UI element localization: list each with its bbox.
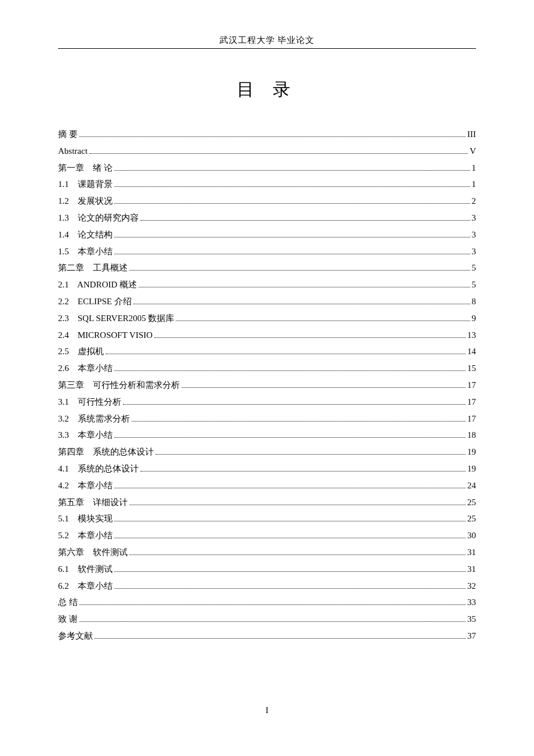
toc-entry: 1.1 课题背景1	[58, 176, 476, 193]
toc-entry-page: 25	[467, 494, 476, 511]
toc-entry: 6.1 软件测试31	[58, 561, 476, 578]
toc-entry-page: V	[470, 143, 476, 160]
toc-entry-label: 致 谢	[58, 611, 78, 628]
toc-leader-dots	[129, 505, 466, 505]
toc-entry: 总 结33	[58, 594, 476, 611]
toc-entry-page: 3	[472, 226, 477, 243]
toc-entry-label: 第一章 绪 论	[58, 160, 113, 177]
toc-leader-dots	[129, 555, 466, 555]
toc-entry-page: 17	[467, 377, 476, 394]
toc-entry-label: Abstract	[58, 143, 88, 160]
page-number: I	[0, 705, 534, 715]
toc-leader-dots	[140, 220, 470, 221]
toc-entry: 致 谢35	[58, 611, 476, 628]
toc-entry-label: 2.6 本章小结	[58, 360, 113, 377]
toc-entry-label: 4.2 本章小结	[58, 477, 113, 494]
toc-leader-dots	[95, 638, 466, 639]
toc-leader-dots	[114, 186, 470, 187]
toc-entry: 2.2 ECLIPSE 介绍8	[58, 293, 476, 310]
toc-leader-dots	[154, 337, 466, 338]
toc-entry-page: 9	[472, 310, 477, 327]
toc-leader-dots	[182, 387, 466, 388]
toc-leader-dots	[114, 538, 466, 538]
toc-entry: 1.2 发展状况2	[58, 193, 476, 210]
toc-leader-dots	[134, 304, 470, 304]
toc-entry-label: 3.2 系统需求分析	[58, 411, 130, 427]
toc-entry: 2.3 SQL SERVER2005 数据库9	[58, 310, 476, 327]
toc-leader-dots	[114, 170, 470, 171]
toc-entry-label: 1.1 课题背景	[58, 176, 113, 193]
toc-leader-dots	[132, 421, 466, 422]
toc-entry: 5.2 本章小结30	[58, 527, 476, 544]
toc-entry-page: 31	[467, 544, 476, 561]
toc-entry: AbstractV	[58, 143, 476, 160]
toc-entry-label: 总 结	[58, 594, 78, 611]
toc-leader-dots	[114, 203, 470, 204]
toc-leader-dots	[80, 604, 466, 605]
toc-entry-label: 2.3 SQL SERVER2005 数据库	[58, 310, 174, 327]
toc-list: 摘 要IIIAbstractV第一章 绪 论11.1 课题背景11.2 发展状况…	[58, 126, 476, 645]
toc-entry-page: 5	[472, 260, 477, 276]
toc-entry-page: 19	[467, 460, 476, 477]
toc-entry: 摘 要III	[58, 126, 476, 143]
toc-entry: 2.6 本章小结15	[58, 360, 476, 377]
toc-entry: 第五章 详细设计25	[58, 494, 476, 511]
toc-entry-label: 5.1 模块实现	[58, 510, 113, 527]
toc-entry-page: 3	[472, 210, 477, 226]
toc-entry-page: 17	[467, 411, 476, 427]
toc-entry-page: 35	[467, 611, 476, 628]
toc-entry-page: 32	[467, 578, 476, 595]
toc-entry-page: 37	[467, 628, 476, 645]
toc-entry-label: 2.4 MICROSOFT VISIO	[58, 327, 153, 344]
toc-leader-dots	[176, 321, 470, 321]
toc-entry: 2.5 虚拟机14	[58, 343, 476, 360]
running-header: 武汉工程大学 毕业论文	[58, 35, 476, 46]
toc-entry: 2.4 MICROSOFT VISIO13	[58, 327, 476, 344]
toc-entry-page: 1	[472, 176, 477, 193]
header-university: 武汉工程大学	[219, 35, 275, 45]
toc-entry: 2.1 ANDROID 概述5	[58, 276, 476, 293]
header-rule	[58, 48, 476, 49]
toc-entry-page: 33	[467, 594, 476, 611]
toc-entry: 第一章 绪 论1	[58, 160, 476, 177]
toc-entry-page: 30	[467, 527, 476, 544]
toc-leader-dots	[139, 287, 470, 287]
toc-entry-label: 1.4 论文结构	[58, 226, 113, 243]
toc-entry-label: 第六章 软件测试	[58, 544, 128, 561]
toc-title: 目 录	[58, 78, 476, 102]
toc-entry: 3.1 可行性分析17	[58, 394, 476, 411]
toc-entry: 6.2 本章小结32	[58, 578, 476, 595]
toc-entry-label: 1.3 论文的研究内容	[58, 210, 139, 226]
toc-entry-label: 第三章 可行性分析和需求分析	[58, 377, 180, 394]
toc-entry: 1.3 论文的研究内容3	[58, 210, 476, 226]
toc-entry: 第四章 系统的总体设计19	[58, 444, 476, 460]
toc-leader-dots	[80, 621, 466, 622]
toc-leader-dots	[89, 153, 468, 154]
toc-entry-label: 6.2 本章小结	[58, 578, 113, 595]
toc-entry-label: 第五章 详细设计	[58, 494, 128, 511]
toc-leader-dots	[114, 588, 466, 589]
header-doctype: 毕业论文	[277, 35, 315, 45]
toc-leader-dots	[114, 521, 466, 521]
toc-leader-dots	[106, 354, 466, 354]
toc-entry-page: 24	[467, 477, 476, 494]
toc-entry-label: 参考文献	[58, 628, 93, 645]
toc-entry: 第三章 可行性分析和需求分析17	[58, 377, 476, 394]
toc-leader-dots	[114, 571, 466, 572]
toc-entry-page: 31	[467, 561, 476, 578]
toc-leader-dots	[123, 404, 466, 405]
toc-entry: 4.2 本章小结24	[58, 477, 476, 494]
toc-entry-page: 17	[467, 394, 476, 411]
toc-entry-page: 2	[472, 193, 477, 210]
toc-entry-page: III	[467, 126, 476, 143]
toc-leader-dots	[140, 471, 466, 471]
toc-entry-label: 3.3 本章小结	[58, 427, 113, 444]
toc-entry: 3.3 本章小结18	[58, 427, 476, 444]
toc-entry-page: 19	[467, 444, 476, 460]
toc-entry: 第六章 软件测试31	[58, 544, 476, 561]
toc-entry: 1.5 本章小结3	[58, 243, 476, 260]
toc-entry-label: 3.1 可行性分析	[58, 394, 121, 411]
toc-leader-dots	[129, 270, 470, 271]
page-container: 武汉工程大学 毕业论文 目 录 摘 要IIIAbstractV第一章 绪 论11…	[0, 0, 534, 645]
toc-entry: 1.4 论文结构3	[58, 226, 476, 243]
